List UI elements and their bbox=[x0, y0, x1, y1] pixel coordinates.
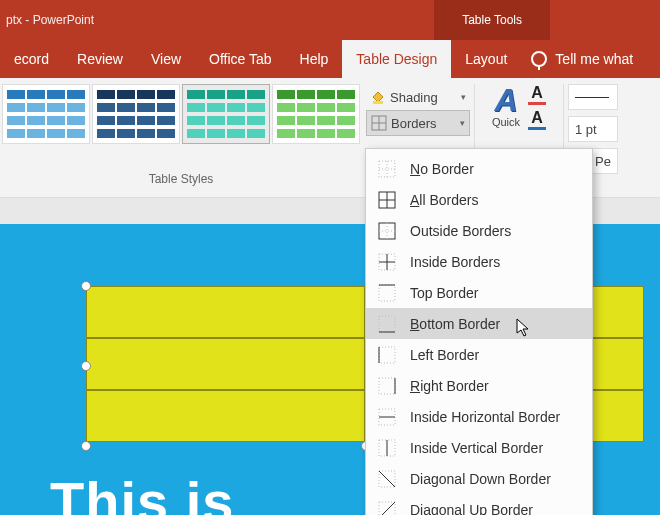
tab-record[interactable]: ecord bbox=[0, 40, 63, 78]
slide-title-text[interactable]: This is bbox=[50, 469, 234, 515]
borders-menu-item-inside[interactable]: Inside Borders bbox=[366, 246, 592, 277]
chevron-down-icon: ▾ bbox=[460, 118, 465, 128]
text-fill-button[interactable]: A bbox=[528, 84, 546, 105]
tab-view[interactable]: View bbox=[137, 40, 195, 78]
borders-menu: No BorderAll BordersOutside BordersInsid… bbox=[365, 148, 593, 515]
tab-help[interactable]: Help bbox=[286, 40, 343, 78]
selection-handle[interactable] bbox=[81, 441, 91, 451]
border-none-icon bbox=[378, 160, 396, 178]
pen-style-selector[interactable] bbox=[568, 84, 618, 110]
borders-menu-item-top[interactable]: Top Border bbox=[366, 277, 592, 308]
svg-rect-0 bbox=[373, 101, 383, 104]
svg-rect-10 bbox=[379, 223, 395, 239]
tab-office-tab[interactable]: Office Tab bbox=[195, 40, 286, 78]
shading-dropdown[interactable]: Shading ▾ bbox=[366, 84, 470, 110]
menu-item-label: Diagonal Up Border bbox=[410, 502, 533, 516]
border-outside-icon bbox=[378, 222, 396, 240]
borders-label: Borders bbox=[391, 116, 437, 131]
menu-item-label: Inside Borders bbox=[410, 254, 500, 270]
tell-me-search[interactable]: Tell me what bbox=[521, 40, 643, 78]
table-style-thumb[interactable] bbox=[272, 84, 360, 144]
contextual-tab-table-tools[interactable]: Table Tools bbox=[434, 0, 550, 40]
pen-color-label: Pe bbox=[595, 154, 611, 169]
borders-menu-item-left[interactable]: Left Border bbox=[366, 339, 592, 370]
tab-layout[interactable]: Layout bbox=[451, 40, 521, 78]
wordart-quick-styles[interactable]: A bbox=[494, 84, 517, 116]
svg-rect-20 bbox=[379, 347, 395, 363]
svg-line-29 bbox=[379, 471, 395, 487]
text-outline-button[interactable]: A bbox=[528, 109, 546, 130]
borders-menu-item-dup[interactable]: Diagonal Up Border bbox=[366, 494, 592, 515]
table-style-thumb[interactable] bbox=[2, 84, 90, 144]
table-cell[interactable] bbox=[86, 390, 365, 442]
border-all-icon bbox=[378, 191, 396, 209]
border-ddown-icon bbox=[378, 470, 396, 488]
shading-label: Shading bbox=[390, 90, 438, 105]
borders-menu-item-outside[interactable]: Outside Borders bbox=[366, 215, 592, 246]
pen-style-line-icon bbox=[575, 97, 609, 98]
borders-menu-item-none[interactable]: No Border bbox=[366, 153, 592, 184]
group-caption-table-styles: Table Styles bbox=[0, 172, 362, 186]
table-cell[interactable] bbox=[86, 286, 365, 338]
mouse-cursor-icon bbox=[516, 318, 530, 338]
quick-styles-label: Quick bbox=[492, 116, 520, 128]
paint-bucket-icon bbox=[370, 89, 386, 105]
menu-item-label: No Border bbox=[410, 161, 474, 177]
menu-item-label: Inside Vertical Border bbox=[410, 440, 543, 456]
lightbulb-icon bbox=[531, 51, 547, 67]
svg-rect-22 bbox=[379, 378, 395, 394]
menu-item-label: Diagonal Down Border bbox=[410, 471, 551, 487]
borders-menu-item-bottom[interactable]: Bottom Border bbox=[366, 308, 592, 339]
border-left-icon bbox=[378, 346, 396, 364]
selection-handle[interactable] bbox=[81, 361, 91, 371]
border-inside-icon bbox=[378, 253, 396, 271]
border-dup-icon bbox=[378, 501, 396, 516]
table-style-thumb[interactable] bbox=[92, 84, 180, 144]
menu-item-label: All Borders bbox=[410, 192, 478, 208]
border-iv-icon bbox=[378, 439, 396, 457]
borders-dropdown[interactable]: Borders ▾ bbox=[366, 110, 470, 136]
borders-menu-item-iv[interactable]: Inside Vertical Border bbox=[366, 432, 592, 463]
title-bar: ptx - PowerPoint Table Tools bbox=[0, 0, 660, 40]
chevron-down-icon: ▾ bbox=[461, 92, 466, 102]
borders-menu-item-ih[interactable]: Inside Horizontal Border bbox=[366, 401, 592, 432]
selection-handle[interactable] bbox=[81, 281, 91, 291]
menu-item-label: Outside Borders bbox=[410, 223, 511, 239]
table-styles-gallery[interactable] bbox=[0, 78, 362, 146]
pen-weight-selector[interactable]: 1 pt bbox=[568, 116, 618, 142]
pen-weight-value: 1 pt bbox=[575, 122, 597, 137]
tab-review[interactable]: Review bbox=[63, 40, 137, 78]
menu-item-label: Right Border bbox=[410, 378, 489, 394]
borders-icon bbox=[371, 115, 387, 131]
tab-table-design[interactable]: Table Design bbox=[342, 40, 451, 78]
borders-menu-item-all[interactable]: All Borders bbox=[366, 184, 592, 215]
ribbon-tabs: ecord Review View Office Tab Help Table … bbox=[0, 40, 660, 78]
menu-item-label: Bottom Border bbox=[410, 316, 500, 332]
table-cell[interactable] bbox=[86, 338, 365, 390]
table-style-thumb[interactable] bbox=[182, 84, 270, 144]
borders-menu-item-ddown[interactable]: Diagonal Down Border bbox=[366, 463, 592, 494]
svg-line-31 bbox=[379, 502, 395, 516]
border-ih-icon bbox=[378, 408, 396, 426]
menu-item-label: Inside Horizontal Border bbox=[410, 409, 560, 425]
svg-rect-18 bbox=[379, 316, 395, 332]
borders-menu-item-right[interactable]: Right Border bbox=[366, 370, 592, 401]
table-styles-group: Table Styles bbox=[0, 78, 362, 197]
menu-item-label: Top Border bbox=[410, 285, 478, 301]
border-bottom-icon bbox=[378, 315, 396, 333]
window-title: ptx - PowerPoint bbox=[0, 13, 94, 27]
border-top-icon bbox=[378, 284, 396, 302]
menu-item-label: Left Border bbox=[410, 347, 479, 363]
tell-me-label: Tell me what bbox=[555, 51, 633, 67]
svg-rect-4 bbox=[379, 161, 395, 177]
svg-rect-16 bbox=[379, 285, 395, 301]
border-right-icon bbox=[378, 377, 396, 395]
